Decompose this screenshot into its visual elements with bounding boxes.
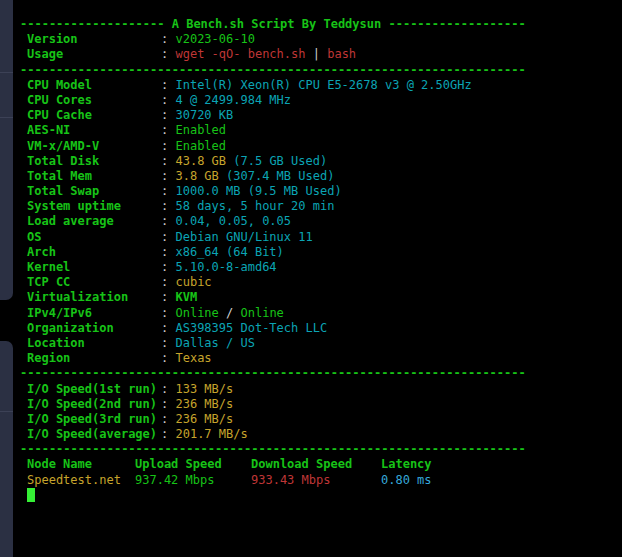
colon: : [161, 123, 175, 137]
row-value: cubic [175, 275, 211, 289]
disk-used: (7.5 GB Used) [226, 154, 327, 168]
colon: : [161, 412, 175, 426]
row-arch: Arch: x86_64 (64 Bit) [20, 245, 622, 260]
io-speed-value: 201.7 MB/s [175, 427, 247, 441]
row-label: VM-x/AMD-V [20, 139, 161, 154]
desktop-screen: au| • -------------------- A Bench.sh Sc… [0, 0, 622, 557]
col-latency: Latency [381, 457, 432, 471]
cursor-line [20, 488, 622, 503]
row-kernel: Kernel: 5.10.0-8-amd64 [20, 260, 622, 275]
colon: : [161, 290, 175, 304]
io-speed-value: 236 MB/s [175, 397, 233, 411]
row-label: Organization [20, 321, 161, 336]
row-label: Region [20, 351, 161, 366]
upload-speed: 937.42 Mbps [135, 473, 251, 488]
row-value: Enabled [175, 139, 226, 153]
row-ipv4-ipv6: IPv4/IPv6: Online / Online [20, 306, 622, 321]
colon: : [161, 336, 175, 350]
row-total-swap: Total Swap: 1000.0 MB (9.5 MB Used) [20, 184, 622, 199]
separator-line: ----------------------------------------… [20, 442, 622, 457]
edge-panel-top [0, 0, 13, 300]
row-value: 4 @ 2499.984 MHz [175, 93, 291, 107]
terminal-window[interactable]: -------------------- A Bench.sh Script B… [13, 0, 622, 557]
row-total-disk: Total Disk: 43.8 GB (7.5 GB Used) [20, 154, 622, 169]
edge-divider [0, 411, 13, 412]
col-download-speed: Download Speed [251, 457, 381, 472]
row-value: AS398395 Dot-Tech LLC [175, 321, 327, 335]
usage-shell: bash [327, 47, 356, 61]
colon: : [161, 397, 175, 411]
row-os: OS: Debian GNU/Linux 11 [20, 230, 622, 245]
colon: : [161, 154, 175, 168]
row-value: 5.10.0-8-amd64 [175, 260, 276, 274]
row-label: Total Mem [20, 169, 161, 184]
row-version: Version: v2023-06-10 [20, 32, 622, 47]
colon: : [161, 169, 175, 183]
col-node-name: Node Name [27, 457, 135, 472]
row-label: Location [20, 336, 161, 351]
ipv4-status: Online [175, 306, 218, 320]
row-label: Load average [20, 214, 161, 229]
header-dashes-right: ------------------- [388, 17, 525, 31]
row-io-2: I/O Speed(2nd run): 236 MB/s [20, 397, 622, 412]
latency-value: 0.80 ms [381, 473, 432, 487]
ipv6-status: Online [241, 306, 284, 320]
disk-size: 43.8 GB [175, 154, 226, 168]
terminal-cursor [27, 488, 35, 502]
usage-command: wget -qO- bench.sh [175, 47, 305, 61]
row-cpu-model: CPU Model: Intel(R) Xeon(R) CPU E5-2678 … [20, 78, 622, 93]
row-value: KVM [175, 290, 197, 304]
row-label: I/O Speed(1st run) [20, 382, 161, 397]
row-label: System uptime [20, 199, 161, 214]
row-label: CPU Cores [20, 93, 161, 108]
header-dashes-left: -------------------- [20, 17, 165, 31]
colon: : [161, 108, 175, 122]
row-virtualization: Virtualization: KVM [20, 290, 622, 305]
row-system-uptime: System uptime: 58 days, 5 hour 20 min [20, 199, 622, 214]
separator-line: ----------------------------------------… [20, 63, 622, 78]
row-io-1: I/O Speed(1st run): 133 MB/s [20, 382, 622, 397]
row-usage: Usage: wget -qO- bench.sh | bash [20, 47, 622, 62]
download-speed: 933.43 Mbps [251, 473, 381, 488]
colon: : [161, 351, 175, 365]
usage-pipe: | [306, 47, 328, 61]
row-label: I/O Speed(3rd run) [20, 412, 161, 427]
row-region: Region: Texas [20, 351, 622, 366]
row-value: Texas [175, 351, 211, 365]
row-cpu-cache: CPU Cache: 30720 KB [20, 108, 622, 123]
colon: : [161, 230, 175, 244]
separator-line: ----------------------------------------… [20, 366, 622, 381]
colon: : [161, 139, 175, 153]
row-location: Location: Dallas / US [20, 336, 622, 351]
status-slash: / [219, 306, 241, 320]
mem-size: 3.8 GB [175, 169, 218, 183]
row-label: Arch [20, 245, 161, 260]
script-title: A Bench.sh Script By Teddysun [165, 17, 389, 31]
row-label: CPU Model [20, 78, 161, 93]
row-total-mem: Total Mem: 3.8 GB (307.4 MB Used) [20, 169, 622, 184]
row-aes-ni: AES-NI: Enabled [20, 123, 622, 138]
mem-used: (307.4 MB Used) [219, 169, 335, 183]
background-window-edge [0, 0, 13, 557]
node-name: Speedtest.net [27, 473, 135, 488]
row-label: CPU Cache [20, 108, 161, 123]
row-label: OS [20, 230, 161, 245]
row-value: Enabled [175, 123, 226, 137]
colon: : [161, 78, 175, 92]
row-label: I/O Speed(average) [20, 427, 161, 442]
speedtest-table-header: Node NameUpload SpeedDownload SpeedLaten… [20, 457, 622, 472]
colon: : [161, 321, 175, 335]
edge-divider [0, 117, 13, 118]
row-load-average: Load average: 0.04, 0.05, 0.05 [20, 214, 622, 229]
row-value: 1000.0 MB (9.5 MB Used) [175, 184, 341, 198]
row-tcp-cc: TCP CC: cubic [20, 275, 622, 290]
row-label: TCP CC [20, 275, 161, 290]
row-label: Usage [20, 47, 161, 62]
edge-panel-bottom [0, 341, 13, 557]
colon: : [161, 275, 175, 289]
colon: : [161, 47, 175, 61]
row-value: v2023-06-10 [175, 32, 254, 46]
row-value: Dallas / US [175, 336, 254, 350]
row-value: Intel(R) Xeon(R) CPU E5-2678 v3 @ 2.50GH… [175, 78, 471, 92]
row-label: Virtualization [20, 290, 161, 305]
